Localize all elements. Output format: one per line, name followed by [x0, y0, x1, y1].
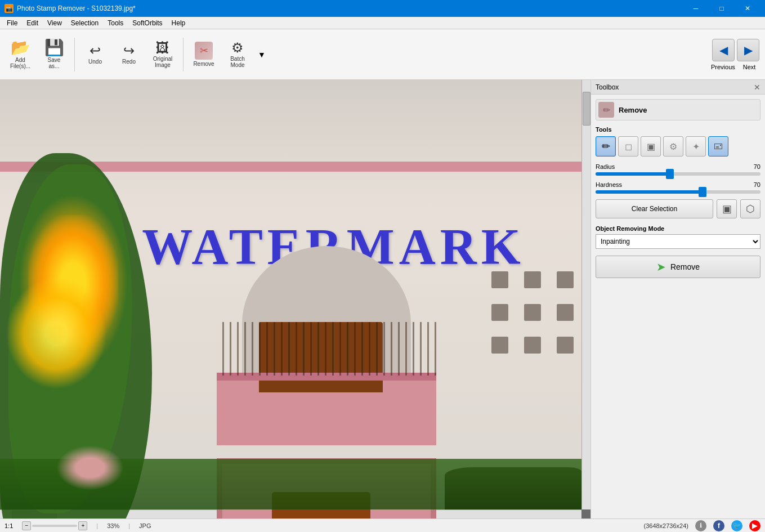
undo-label: Undo [88, 59, 102, 65]
save-icon: 💾 [44, 40, 64, 56]
radius-label-row: Radius 70 [596, 163, 760, 170]
menu-selection[interactable]: Selection [66, 18, 103, 28]
magic-wand-icon: ⚙ [669, 141, 677, 152]
pink-flowers-bottom [56, 445, 124, 490]
nav-labels: Previous Next [711, 64, 760, 70]
remove-action-button[interactable]: ➤ Remove [596, 256, 760, 278]
hole [491, 271, 508, 288]
zoom-out-button[interactable]: − [22, 521, 31, 530]
stamp-icon: 🖃 [714, 141, 723, 151]
hole [491, 337, 508, 354]
toolbar-separator-2 [183, 38, 184, 71]
zoom-slider[interactable] [32, 525, 77, 527]
menu-edit[interactable]: Edit [22, 18, 43, 28]
magic-wand-tool-button[interactable]: ⚙ [663, 136, 683, 157]
tools-row: ✏ ◻ ▣ ⚙ ✦ 🖃 [596, 136, 760, 157]
radius-slider-section: Radius 70 [596, 163, 760, 176]
save-as-button[interactable]: 💾 Save as... [38, 33, 70, 77]
clear-selection-button[interactable]: Clear Selection [596, 199, 713, 218]
remove-btn-label: Remove [670, 262, 700, 271]
zoom-ratio: 1:1 [5, 522, 13, 529]
stamp-tool-button[interactable]: 🖃 [708, 136, 728, 157]
vertical-scroll-thumb[interactable] [583, 92, 590, 126]
close-button[interactable]: ✕ [735, 0, 760, 17]
star-icon: ✦ [692, 141, 700, 152]
batch-mode-label: Batch Mode [230, 56, 245, 68]
title-bar-controls: ─ □ ✕ [683, 0, 760, 17]
menu-help[interactable]: Help [167, 18, 190, 28]
object-removing-mode-select[interactable]: Inpainting Smart Fill Texture Synthesis [596, 234, 760, 249]
toolbar-nav: ◀ ▶ Previous Next [711, 39, 760, 70]
hardness-label-row: Hardness 70 [596, 181, 760, 188]
lasso-icon: ⬡ [746, 203, 755, 215]
original-image-button[interactable]: 🖼 Original Image [147, 33, 178, 77]
menu-bar: File Edit View Selection Tools SoftOrbit… [0, 17, 765, 29]
remove-toolbar-icon: ✂ [195, 42, 213, 60]
next-button[interactable]: ▶ [737, 39, 759, 61]
hole [524, 271, 541, 288]
menu-tools[interactable]: Tools [103, 18, 128, 28]
undo-button[interactable]: ↩ Undo [79, 33, 111, 77]
star-tool-button[interactable]: ✦ [686, 136, 706, 157]
zoom-in-button[interactable]: + [78, 521, 87, 530]
hardness-value: 70 [754, 181, 760, 188]
radius-slider-track[interactable] [596, 172, 760, 176]
window-title: Photo Stamp Remover - S1032139.jpg* [17, 5, 136, 12]
twitter-icon[interactable]: 🐦 [731, 520, 742, 531]
menu-file[interactable]: File [2, 18, 22, 28]
hole [524, 304, 541, 321]
hardness-slider-track[interactable] [596, 190, 760, 194]
status-image-info: (3648x2736x24) [643, 522, 688, 529]
minimize-button[interactable]: ─ [683, 0, 709, 17]
hardness-slider-section: Hardness 70 [596, 181, 760, 194]
selection-row: Clear Selection ▣ ⬡ [596, 199, 760, 218]
undo-icon: ↩ [90, 44, 101, 57]
select-rect-button[interactable]: ▣ [717, 199, 737, 218]
hole [557, 304, 574, 321]
canvas-area[interactable]: WATERMARK [0, 80, 590, 518]
facebook-icon[interactable]: f [713, 520, 724, 531]
redo-button[interactable]: ↪ Redo [113, 33, 145, 77]
hardness-slider-thumb[interactable] [699, 187, 706, 197]
app-icon: 📷 [5, 4, 14, 13]
original-image-icon: 🖼 [156, 41, 169, 55]
previous-button[interactable]: ◀ [712, 39, 735, 61]
status-right: (3648x2736x24) ℹ f 🐦 ▶ [643, 520, 760, 531]
previous-label: Previous [711, 64, 733, 70]
zoom-section: 1:1 [5, 522, 13, 529]
add-file-button[interactable]: 📂 Add File(s)... [5, 33, 36, 77]
redo-label: Redo [122, 59, 136, 65]
menu-view[interactable]: View [43, 18, 66, 28]
hole [491, 304, 508, 321]
toolbar: 📂 Add File(s)... 💾 Save as... ↩ Undo ↪ R… [0, 29, 765, 80]
hole [557, 337, 574, 354]
eraser-tool-button[interactable]: ◻ [618, 136, 638, 157]
brush-tool-button[interactable]: ✏ [596, 136, 616, 157]
rect-select-icon: ▣ [647, 141, 655, 152]
toolbox-panel: Toolbox ✕ ✏ Remove Tools ✏ ◻ ▣ [590, 80, 765, 518]
toolbar-more-button[interactable]: ▼ [258, 50, 266, 59]
status-file-format: JPG [139, 522, 151, 529]
redo-icon: ↪ [123, 44, 135, 57]
status-zoom-percent: 33% [107, 522, 119, 529]
vertical-scrollbar[interactable] [581, 80, 590, 509]
youtube-icon[interactable]: ▶ [749, 520, 760, 531]
batch-mode-button[interactable]: ⚙ Batch Mode [222, 33, 253, 77]
hole [524, 337, 541, 354]
save-as-label: Save as... [48, 57, 61, 69]
nav-arrows: ◀ ▶ [712, 39, 759, 61]
radius-slider-thumb[interactable] [666, 169, 674, 179]
select-lasso-button[interactable]: ⬡ [740, 199, 760, 218]
info-icon[interactable]: ℹ [695, 520, 706, 531]
toolbox-close-button[interactable]: ✕ [754, 83, 760, 92]
menu-softorbits[interactable]: SoftOrbits [128, 18, 167, 28]
zoom-controls: − + [22, 521, 87, 530]
title-bar: 📷 Photo Stamp Remover - S1032139.jpg* ─ … [0, 0, 765, 17]
toolbar-separator-1 [74, 38, 75, 71]
add-file-icon: 📂 [11, 40, 30, 56]
radius-value: 70 [754, 163, 760, 170]
remove-button[interactable]: ✂ Remove [188, 33, 220, 77]
maximize-button[interactable]: □ [709, 0, 735, 17]
remove-header: ✏ Remove [596, 99, 760, 120]
rect-select-tool-button[interactable]: ▣ [641, 136, 661, 157]
